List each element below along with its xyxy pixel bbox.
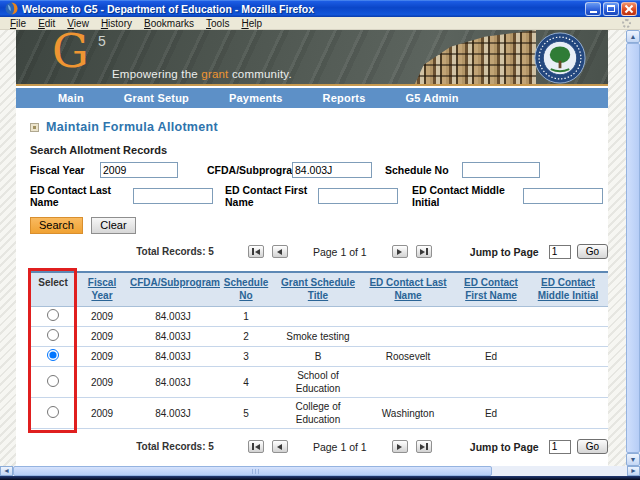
scroll-right-icon[interactable]: ► [627,466,640,476]
table-cell: 84.003J [128,328,218,345]
jump-to-page-label: Jump to Page [470,246,539,258]
table-cell: Washington [362,405,454,422]
table-cell [454,380,528,384]
ed-contact-first-name-input[interactable] [318,188,398,204]
table-row: 200984.003J1 [30,307,608,327]
menu-help[interactable]: Help [235,18,268,29]
horizontal-scroll-track[interactable] [13,466,627,476]
scroll-up-icon[interactable]: ▲ [626,30,640,43]
scroll-left-icon[interactable]: ◄ [0,466,13,476]
cfda-subprogram-input[interactable] [292,162,372,178]
window-title: Welcome to G5 - Department of Education … [22,3,314,15]
schedule-no-label: Schedule No [385,164,462,176]
pagination-bar: Total Records: 5 Page 1 of 1 Jump to Pag… [30,439,608,454]
cfda-subprogram-label: CFDA/Subprogram [207,164,292,176]
ed-contact-last-name-label: ED Contact Last Name [30,184,133,208]
table-row: 200984.003J2Smoke testing [30,327,608,347]
ed-contact-middle-initial-label: ED Contact Middle Initial [412,184,523,208]
menu-bookmarks[interactable]: Bookmarks [138,18,200,29]
horizontal-scroll-thumb[interactable] [13,466,492,476]
scroll-down-icon[interactable]: ▼ [626,453,640,466]
table-header-row: SelectFiscal YearCFDA/SubprogramSchedule… [30,271,608,307]
menu-edit[interactable]: Edit [32,18,61,29]
last-page-icon [426,443,428,450]
schedule-no-input[interactable] [462,162,540,178]
table-cell [362,335,454,339]
column-header-ed-contact-middle-initial[interactable]: ED Contact Middle Initial [528,273,608,306]
menu-tools[interactable]: Tools [200,18,235,29]
close-button[interactable] [621,2,637,16]
first-page-button[interactable] [248,440,264,453]
select-radio[interactable] [47,375,59,387]
column-header-ed-contact-first-name[interactable]: ED Contact First Name [454,273,528,306]
last-page-icon [420,249,425,255]
nav-item-main[interactable]: Main [38,91,104,105]
table-row: 200984.003J4School of Education [30,367,608,398]
next-page-button[interactable] [392,245,408,258]
first-page-icon [255,444,260,450]
first-page-icon [252,443,254,450]
prev-page-button[interactable] [272,245,288,258]
column-header-fiscal-year[interactable]: Fiscal Year [76,273,128,306]
table-cell [362,315,454,319]
last-page-button[interactable] [416,440,432,453]
results-table: SelectFiscal YearCFDA/SubprogramSchedule… [30,271,608,429]
nav-item-reports[interactable]: Reports [303,91,386,105]
table-cell: 84.003J [128,374,218,391]
page-title-icon [30,123,39,132]
table-cell: 5 [218,405,274,422]
g5-logo: G [52,30,89,78]
table-cell [528,355,608,359]
nav-item-g5-admin[interactable]: G5 Admin [386,91,479,105]
last-page-icon [420,444,425,450]
search-button[interactable]: Search [30,217,83,234]
select-radio[interactable] [47,309,59,321]
go-button[interactable]: Go [577,244,608,259]
first-page-button[interactable] [248,245,264,258]
go-button[interactable]: Go [577,439,608,454]
close-icon [625,5,633,13]
vertical-scrollbar[interactable]: ▲ ▼ [626,30,640,466]
select-cell [30,347,76,366]
table-cell: 2009 [76,328,128,345]
page-viewport: G 5 Empowering the grant community. Main… [0,30,640,466]
column-header-cfda-subprogram[interactable]: CFDA/Subprogram [128,273,218,306]
menu-view[interactable]: View [61,18,95,29]
column-header-grant-schedule-title[interactable]: Grant Schedule Title [274,273,362,306]
bottom-pager-slot: Total Records: 5 Page 1 of 1 Jump to Pag… [30,439,604,454]
next-page-icon [397,249,402,255]
table-cell [362,380,454,384]
fiscal-year-input[interactable] [100,162,178,178]
bookshelf-image [414,30,536,86]
select-radio[interactable] [47,406,59,418]
g5-banner: G 5 Empowering the grant community. [16,30,608,86]
table-cell [528,411,608,415]
select-radio[interactable] [47,329,59,341]
table-cell: 2 [218,328,274,345]
menu-file[interactable]: File [4,18,32,29]
vertical-scroll-thumb[interactable] [626,43,640,453]
jump-to-page-input[interactable] [549,245,571,259]
ed-contact-last-name-input[interactable] [133,188,213,204]
nav-item-grant-setup[interactable]: Grant Setup [104,91,209,105]
maximize-button[interactable] [603,2,619,16]
horizontal-scrollbar[interactable]: ◄ ► [0,466,640,476]
next-page-button[interactable] [392,440,408,453]
last-page-button[interactable] [416,245,432,258]
search-section-label: Search Allotment Records [30,144,604,156]
prev-page-button[interactable] [272,440,288,453]
jump-to-page-label: Jump to Page [470,441,539,453]
column-header-ed-contact-last-name[interactable]: ED Contact Last Name [362,273,454,306]
nav-item-payments[interactable]: Payments [209,91,303,105]
jump-to-page-input[interactable] [549,440,571,454]
clear-button[interactable]: Clear [91,217,135,234]
ed-contact-middle-initial-input[interactable] [523,188,603,204]
prev-page-icon [277,249,282,255]
column-header-schedule-no[interactable]: Schedule No [218,273,274,306]
pagination-bar: Total Records: 5 Page 1 of 1 Jump to Pag… [30,244,608,259]
menu-history[interactable]: History [95,18,138,29]
select-cell [30,373,76,392]
select-radio[interactable] [47,349,59,361]
minimize-button[interactable] [585,2,601,16]
table-cell: 2009 [76,348,128,365]
